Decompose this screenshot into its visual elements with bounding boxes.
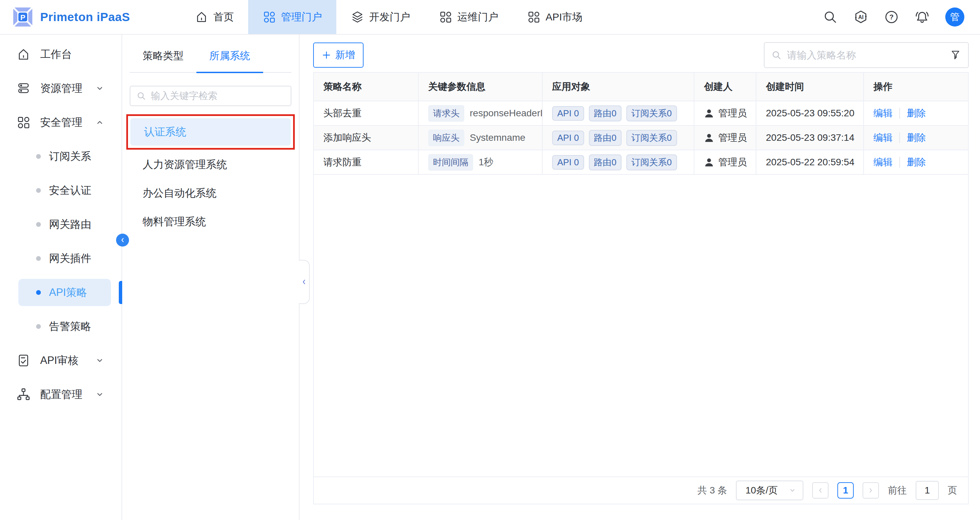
layers-icon	[351, 10, 364, 24]
delete-link[interactable]: 删除	[907, 156, 926, 169]
sidebar-subitem-gateway-plugin[interactable]: 网关插件	[0, 241, 121, 276]
notifications-bell-icon[interactable]	[915, 10, 930, 24]
system-item-oa[interactable]: 办公自动化系统	[122, 179, 299, 207]
policy-search-box	[764, 42, 969, 68]
sidebar-item-label: API策略	[49, 285, 87, 300]
sidebar-subitem-alert-policy[interactable]: 告警策略	[0, 309, 121, 344]
goto-label: 前往	[888, 484, 907, 497]
navbar-actions: AI ? 管	[823, 0, 980, 34]
created-time-cell: 2025-05-22 20:59:54	[756, 150, 864, 174]
prev-page-button[interactable]	[812, 482, 829, 499]
nav-tab-dev-portal[interactable]: 开发门户	[336, 0, 425, 34]
sidebar-subitem-api-policy[interactable]: API策略	[0, 276, 121, 309]
policy-search-input[interactable]	[787, 50, 944, 61]
brand-name: Primeton iPaaS	[40, 10, 130, 24]
sidebar-collapse-button[interactable]	[116, 234, 129, 247]
route-count-tag[interactable]: 路由0	[589, 130, 622, 146]
param-info-cell: 响应头 Systemname	[419, 126, 542, 150]
chevron-down-icon	[95, 356, 105, 365]
sidebar-item-workbench[interactable]: 工作台	[0, 37, 121, 71]
chevron-left-icon	[817, 487, 824, 494]
edit-link[interactable]: 编辑	[873, 107, 892, 120]
policy-name-cell: 头部去重	[314, 101, 419, 125]
sidebar-subitem-security-auth[interactable]: 安全认证	[0, 173, 121, 208]
add-button-label: 新增	[335, 48, 355, 62]
help-icon[interactable]: ?	[884, 10, 899, 24]
param-value: Systemname	[470, 132, 525, 143]
action-divider	[899, 132, 900, 143]
plus-icon	[322, 50, 331, 60]
tab-policy-type[interactable]: 策略类型	[130, 49, 196, 73]
subscription-count-tag[interactable]: 订阅关系0	[626, 105, 677, 121]
edit-link[interactable]: 编辑	[873, 156, 892, 169]
dot-icon	[36, 256, 41, 261]
sidebar-item-label: 安全管理	[40, 115, 83, 130]
dot-icon	[36, 290, 41, 295]
nav-tab-api-market[interactable]: API市场	[513, 0, 597, 34]
sidebar-item-label: 配置管理	[40, 387, 83, 402]
dot-icon	[36, 154, 41, 159]
sidebar-item-api-review[interactable]: API审核	[0, 344, 121, 377]
sidebar-subitem-gateway-route[interactable]: 网关路由	[0, 208, 121, 241]
creator-name: 管理员	[718, 156, 747, 169]
nav-tab-admin-portal[interactable]: 管理门户	[248, 0, 336, 34]
server-stack-icon	[16, 81, 31, 95]
api-count-tag[interactable]: API 0	[552, 131, 584, 145]
param-value: responseHeaderRe	[470, 108, 542, 119]
route-count-tag[interactable]: 路由0	[589, 154, 622, 170]
user-icon	[704, 108, 714, 118]
user-avatar[interactable]: 管	[945, 8, 964, 27]
action-divider	[899, 108, 900, 119]
subscription-count-tag[interactable]: 订阅关系0	[626, 154, 677, 170]
edit-link[interactable]: 编辑	[873, 131, 892, 144]
goto-page-input[interactable]	[916, 481, 939, 500]
table-header-row: 策略名称 关键参数信息 应用对象 创建人 创建时间 操作	[314, 73, 968, 101]
org-chart-icon	[16, 387, 31, 402]
api-count-tag[interactable]: API 0	[552, 155, 584, 170]
add-button[interactable]: 新增	[313, 43, 364, 68]
chevron-down-icon	[95, 390, 105, 399]
table-row: 头部去重 请求头 responseHeaderRe API 0 路由0 订阅关系…	[314, 101, 968, 126]
tab-owning-system[interactable]: 所属系统	[196, 49, 263, 73]
current-page-button[interactable]: 1	[837, 482, 854, 499]
created-time-cell: 2025-05-23 09:37:14	[756, 126, 864, 150]
delete-link[interactable]: 删除	[907, 107, 926, 120]
chevron-down-icon	[788, 486, 797, 495]
column-header: 关键参数信息	[419, 73, 542, 101]
filter-funnel-icon[interactable]	[950, 49, 961, 61]
sidebar-item-security[interactable]: 安全管理	[0, 105, 121, 140]
sidebar-item-label: API审核	[40, 354, 78, 368]
system-item-material[interactable]: 物料管理系统	[122, 208, 299, 235]
delete-link[interactable]: 删除	[907, 131, 926, 144]
chevron-left-icon	[300, 278, 308, 286]
svg-text:AI: AI	[858, 14, 864, 20]
creator-cell: 管理员	[694, 101, 756, 125]
created-time-cell: 2025-05-23 09:55:20	[756, 101, 864, 125]
api-count-tag[interactable]: API 0	[552, 106, 584, 121]
route-count-tag[interactable]: 路由0	[589, 105, 622, 121]
page-size-select[interactable]: 10条/页	[736, 480, 803, 500]
total-count: 共 3 条	[697, 484, 727, 497]
actions-cell: 编辑 删除	[864, 150, 968, 174]
sidebar-subitem-subscriptions[interactable]: 订阅关系	[0, 140, 121, 173]
sidebar-item-label: 网关插件	[49, 251, 91, 266]
system-item-hr[interactable]: 人力资源管理系统	[122, 151, 299, 178]
ai-assistant-icon[interactable]: AI	[853, 10, 869, 24]
sidebar-item-resources[interactable]: 资源管理	[0, 71, 121, 105]
next-page-button[interactable]	[862, 482, 879, 499]
dot-icon	[36, 222, 41, 227]
portal-tabs: 首页 管理门户 开发门户 运维门户 API市场	[180, 0, 597, 34]
keyword-search-input[interactable]	[151, 90, 285, 101]
column-header: 创建时间	[756, 73, 864, 101]
nav-tab-label: 首页	[213, 10, 234, 24]
nav-tab-ops-portal[interactable]: 运维门户	[425, 0, 513, 34]
system-item-auth[interactable]: 认证系统	[130, 118, 291, 146]
param-value: 1秒	[479, 156, 493, 169]
panel-collapse-handle[interactable]	[299, 260, 310, 304]
nav-tab-home[interactable]: 首页	[180, 0, 248, 34]
sidebar-item-config[interactable]: 配置管理	[0, 377, 121, 412]
subscription-count-tag[interactable]: 订阅关系0	[626, 130, 677, 146]
search-icon[interactable]	[823, 10, 838, 24]
dot-icon	[36, 324, 41, 329]
nav-tab-label: 管理门户	[281, 10, 322, 24]
